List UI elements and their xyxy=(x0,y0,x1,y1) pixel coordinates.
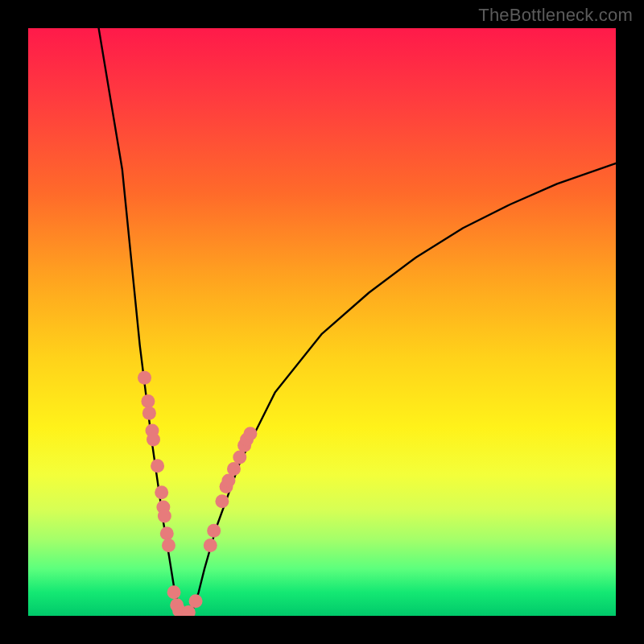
highlight-dot xyxy=(204,539,217,552)
highlight-dot xyxy=(138,371,151,385)
highlight-dot xyxy=(158,509,171,522)
chart-svg xyxy=(28,28,616,616)
highlight-dot xyxy=(167,585,181,599)
highlight-dot xyxy=(221,474,235,488)
highlight-dot xyxy=(207,524,221,538)
highlight-dot xyxy=(141,394,155,408)
highlight-dot xyxy=(142,407,156,420)
bottleneck-curve xyxy=(99,28,616,614)
highlight-dot xyxy=(215,494,229,508)
highlight-dot xyxy=(162,539,175,552)
highlight-dot xyxy=(233,450,246,464)
highlight-dot xyxy=(243,427,257,440)
highlight-dot xyxy=(189,594,203,608)
highlight-dot xyxy=(155,485,168,499)
highlight-dot xyxy=(147,433,160,447)
highlight-dot xyxy=(151,459,164,473)
plot-area xyxy=(28,28,616,616)
highlight-dots xyxy=(138,371,257,616)
highlight-dot xyxy=(227,462,241,476)
highlight-dot xyxy=(160,526,174,540)
outer-frame: TheBottleneck.com xyxy=(0,0,644,644)
watermark-text: TheBottleneck.com xyxy=(478,5,633,26)
